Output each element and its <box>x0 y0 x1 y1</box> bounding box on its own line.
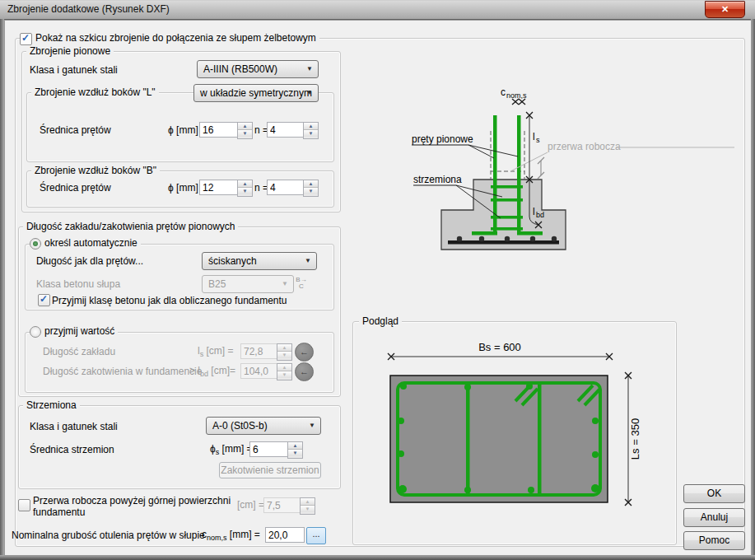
diameter-b-label: Średnica prętów <box>40 182 111 194</box>
ls-symbol-label: ls [cm] = <box>198 345 234 358</box>
cnom-label: c <box>501 86 506 98</box>
window-frame-bottom <box>0 555 755 560</box>
lbd-input <box>240 363 277 379</box>
concrete-class-select: B25 ▼ <box>202 275 294 293</box>
group-sides-b-title: Zbrojenie wzdłuż boków "B" <box>31 165 160 176</box>
check-icon: ✓ <box>40 293 48 305</box>
spin-up-icon[interactable]: ▲ <box>288 442 302 449</box>
show-sketch-checkbox[interactable]: ✓ <box>20 33 32 45</box>
stirrups-steel-select[interactable]: A-0 (St0S-b) ▼ <box>206 417 321 435</box>
inner-bar-1 <box>466 384 470 494</box>
concrete-class-label: Klasa betonu słupa <box>36 278 120 290</box>
ls-calc-button[interactable]: ← <box>295 343 314 362</box>
auto-radio-label: określ automatycznie <box>41 237 141 249</box>
spin-up-icon[interactable]: ▲ <box>304 123 318 129</box>
phi-l-input[interactable] <box>199 122 238 138</box>
work-gap-spinner: ▲ ▼ <box>300 497 315 515</box>
spin-down-icon[interactable]: ▼ <box>238 129 252 137</box>
phi-l-spinner[interactable]: ▲ ▼ <box>237 122 253 139</box>
window-frame-left <box>0 19 4 556</box>
group-sides-l-title: Zbrojenie wzdłuż boków "L" <box>31 86 159 98</box>
work-gap-label-line2: fundamentu <box>33 506 85 518</box>
stirrups-steel-value: A-0 (St0S-b) <box>212 420 268 432</box>
anchor-length-label: Długość zakotwienia w fundamencie <box>43 366 202 377</box>
window-frame-right <box>751 19 755 556</box>
n-l-input[interactable] <box>267 122 304 138</box>
bs-dim-label: Bs = 600 <box>478 341 521 353</box>
concrete-convert-icon[interactable]: B→ C <box>296 277 307 290</box>
length-as-select[interactable]: ściskanych ▼ <box>202 252 317 270</box>
bottom-rebar <box>448 240 559 245</box>
ls-spinner: ▲ ▼ <box>277 343 292 361</box>
spin-down-icon: ▼ <box>277 351 291 358</box>
lbd-calc-button[interactable]: ← <box>295 362 314 381</box>
close-icon: ✕ <box>721 4 729 14</box>
spin-up-icon[interactable]: ▲ <box>238 180 252 187</box>
n-l-spinner[interactable]: ▲ ▼ <box>303 122 319 139</box>
cancel-button[interactable]: Anuluj <box>683 508 745 527</box>
use-foundation-concrete-checkbox[interactable]: ✓ <box>38 294 50 306</box>
spin-up-icon: ▲ <box>301 498 315 505</box>
radio-dot <box>33 241 38 246</box>
group-lap-title: Długość zakładu/zakotwienia prętów piono… <box>23 221 238 232</box>
show-sketch-label: Pokaż na szkicu zbrojenie do połączenia … <box>32 32 319 44</box>
cover-input[interactable] <box>265 527 305 543</box>
footing-section <box>390 376 608 502</box>
spin-down-icon: ▼ <box>277 371 291 378</box>
work-gap-unit-label: [cm] = <box>237 499 264 511</box>
stirrups-steel-label: Klasa i gatunek stali <box>30 421 118 432</box>
lbd-symbol-label: > lbd [cm]= <box>189 365 235 378</box>
concrete-class-value: B25 <box>208 278 226 290</box>
spin-down-icon[interactable]: ▼ <box>304 129 318 137</box>
manual-radio-label: przyjmij wartość <box>41 325 118 337</box>
n-b-spinner[interactable]: ▲ ▼ <box>303 180 319 197</box>
spin-up-icon: ▲ <box>277 364 291 371</box>
help-button[interactable]: Pomoc <box>683 531 745 550</box>
group-stirrups-title: Strzemiona <box>23 399 80 411</box>
layout-select[interactable]: w układzie symetrycznym ▼ <box>193 84 319 102</box>
work-gap-input <box>263 497 301 513</box>
use-foundation-concrete-label: Przyjmij klasę betonu jak dla obliczaneg… <box>52 295 287 306</box>
phis-input[interactable] <box>249 441 288 457</box>
chevron-down-icon: ▼ <box>306 65 313 72</box>
ls-preview-dim-label: Ls = 350 <box>629 418 641 460</box>
dialog-zbrojenie-dodatkowe: Zbrojenie dodatkowe (Rysunek DXF) ✕ ✓ Po… <box>0 0 755 560</box>
preview-section: Bs = 600 Ls = 350 <box>362 334 667 539</box>
spin-down-icon[interactable]: ▼ <box>238 187 252 194</box>
stirrup-anchor-button: Zakotwienie strzemion <box>219 462 321 478</box>
chevron-down-icon: ▼ <box>282 280 288 287</box>
work-gap-checkbox[interactable] <box>18 499 30 511</box>
stirrups-diameter-label: Średnica strzemion <box>30 444 114 455</box>
phi-b-spinner[interactable]: ▲ ▼ <box>237 180 253 197</box>
svg-text:nom,s: nom,s <box>506 91 527 100</box>
auto-radio[interactable] <box>30 238 41 250</box>
steel-class-select[interactable]: A-IIIN (RB500W) ▼ <box>197 60 319 78</box>
manual-radio[interactable] <box>30 326 41 338</box>
lap-length-label: Długość zakładu <box>43 346 115 357</box>
svg-text:bd: bd <box>536 211 544 219</box>
close-button[interactable]: ✕ <box>705 1 745 18</box>
ok-button[interactable]: OK <box>683 484 745 503</box>
spin-down-icon[interactable]: ▼ <box>288 449 302 456</box>
spin-up-icon: ▲ <box>277 344 291 351</box>
diameter-l-label: Średnica prętów <box>40 124 111 136</box>
phis-spinner[interactable]: ▲ ▼ <box>287 441 303 459</box>
length-as-label: Długość jak dla prętów... <box>36 255 143 267</box>
spin-down-icon[interactable]: ▼ <box>304 187 318 194</box>
spin-up-icon[interactable]: ▲ <box>238 123 252 129</box>
chevron-down-icon: ▼ <box>305 257 311 264</box>
steel-class-label: Klasa i gatunek stali <box>30 64 118 76</box>
work-gap-label-line1: Przerwa robocza powyżej górnej powierzch… <box>33 495 231 506</box>
check-icon: ✓ <box>21 32 30 44</box>
cover-browse-button[interactable]: ... <box>306 527 326 544</box>
spin-up-icon[interactable]: ▲ <box>304 180 318 187</box>
phi-b-input[interactable] <box>199 180 238 195</box>
layout-value: w układzie symetrycznym <box>200 87 312 99</box>
inner-bar-2 <box>538 384 542 494</box>
group-manual <box>25 332 334 393</box>
window-title: Zbrojenie dodatkowe (Rysunek DXF) <box>7 3 170 15</box>
n-b-input[interactable] <box>267 180 304 195</box>
steel-class-value: A-IIIN (RB500W) <box>203 63 277 75</box>
work-gap-note: przerwa robocza <box>548 141 621 152</box>
title-bar[interactable]: Zbrojenie dodatkowe (Rysunek DXF) <box>0 0 755 20</box>
